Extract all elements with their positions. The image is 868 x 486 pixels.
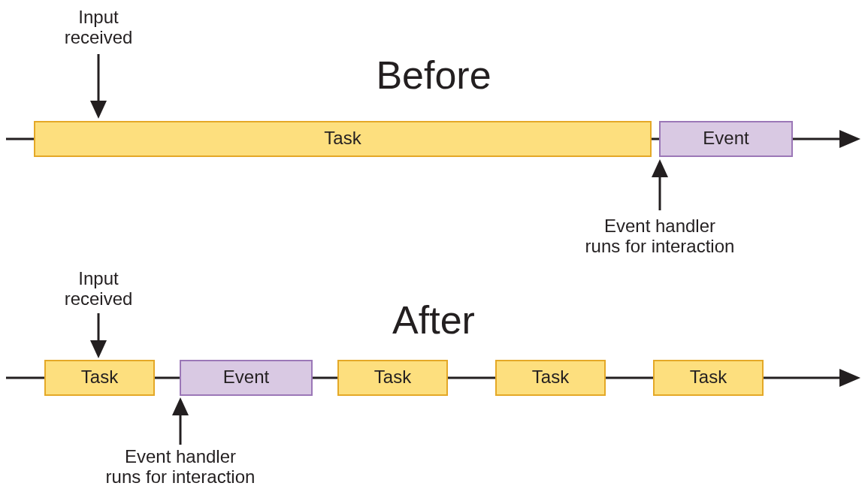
before-heading: Before xyxy=(376,53,491,97)
after-heading: After xyxy=(392,298,475,342)
block-label: Task xyxy=(81,367,119,387)
before-event-block: Event xyxy=(660,122,792,156)
block-label: Task xyxy=(532,367,570,387)
after-blocks: TaskEventTaskTaskTask xyxy=(45,361,763,395)
event-label-line2: runs for interaction xyxy=(106,466,256,486)
input-label-line1: Input xyxy=(78,7,119,27)
input-label-line2: received xyxy=(65,288,133,309)
block-label: Task xyxy=(374,367,412,387)
after-section: After TaskEventTaskTaskTask Input receiv… xyxy=(6,268,860,486)
event-label-line1: Event handler xyxy=(125,446,236,466)
before-section: Before TaskEvent Input received Event ha… xyxy=(6,7,860,256)
event-label-line1: Event handler xyxy=(604,216,715,236)
arrowhead-down-icon xyxy=(90,101,107,119)
before-input-annotation: Input received xyxy=(65,7,133,119)
after-input-annotation: Input received xyxy=(65,268,133,358)
arrowhead-right-icon xyxy=(839,130,860,148)
after-event-block: Event xyxy=(180,361,312,395)
task-scheduling-diagram: Before TaskEvent Input received Event ha… xyxy=(0,0,868,486)
block-label: Task xyxy=(324,128,361,148)
input-label-line1: Input xyxy=(78,268,119,288)
arrowhead-down-icon xyxy=(90,340,107,358)
arrowhead-up-icon xyxy=(172,397,189,415)
event-label-line2: runs for interaction xyxy=(585,236,735,256)
before-event-annotation: Event handler runs for interaction xyxy=(585,159,735,256)
block-label: Event xyxy=(703,128,749,148)
after-event-annotation: Event handler runs for interaction xyxy=(106,397,256,486)
arrowhead-right-icon xyxy=(839,369,860,387)
after-task-block: Task xyxy=(338,361,447,395)
block-label: Task xyxy=(690,367,727,387)
input-label-line2: received xyxy=(65,27,133,47)
block-label: Event xyxy=(223,367,270,387)
before-blocks: TaskEvent xyxy=(35,122,792,156)
arrowhead-up-icon xyxy=(652,159,668,177)
after-task-block: Task xyxy=(45,361,154,395)
after-task-block: Task xyxy=(496,361,605,395)
before-task-block: Task xyxy=(35,122,651,156)
after-task-block: Task xyxy=(654,361,763,395)
